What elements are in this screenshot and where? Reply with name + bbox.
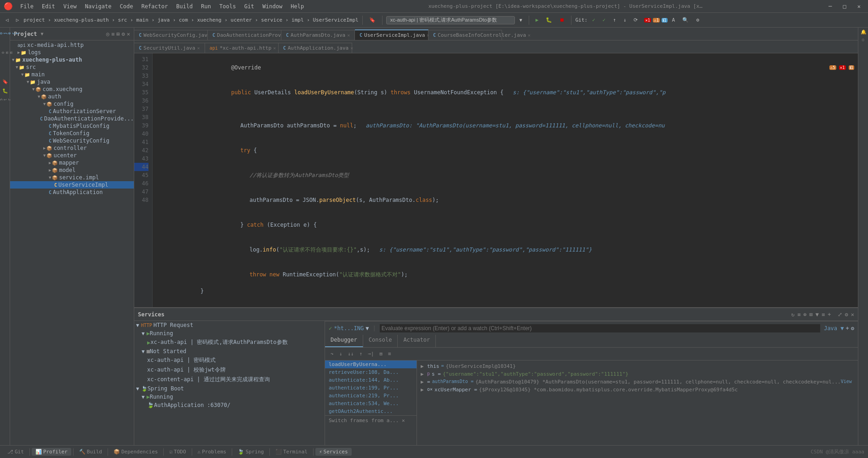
- tab-console[interactable]: Console: [363, 335, 398, 347]
- git-check2-icon[interactable]: ✓: [600, 16, 609, 24]
- tab-authapp[interactable]: C AuthApplication.java ✕: [279, 43, 352, 53]
- tree-item-auth[interactable]: ▼ 📦 auth: [10, 93, 134, 100]
- stop-icon[interactable]: ⏹: [557, 16, 567, 24]
- svc-not-started-group[interactable]: ▼ ■ Not Started: [134, 347, 325, 355]
- tree-item-websecurity[interactable]: C WebSecurityConfig: [10, 137, 134, 144]
- filter-icon[interactable]: ▼: [816, 311, 819, 318]
- settings-icon[interactable]: ⚙: [693, 16, 702, 24]
- close-button[interactable]: ✕: [854, 2, 864, 11]
- settings-eval-icon[interactable]: ⚙: [851, 325, 854, 332]
- status-terminal[interactable]: ⬛ Terminal: [272, 448, 311, 456]
- tree-item-config[interactable]: ▼ 📦 config: [10, 100, 134, 108]
- menu-tools[interactable]: Tools: [216, 2, 240, 11]
- frame-auth-144[interactable]: authenticate:144, Ab...: [325, 376, 417, 384]
- tree-item-controller[interactable]: ▶ 📦 controller: [10, 144, 134, 152]
- tree-item-src[interactable]: ▼ 📁 src: [10, 63, 134, 71]
- tree-item-mapper[interactable]: ▶ 📦 mapper: [10, 159, 134, 166]
- var-this[interactable]: ▶ this = {UserServiceImpl@10341}: [419, 362, 856, 370]
- bookmark-icon[interactable]: 🔖: [366, 16, 378, 24]
- tab-actuator[interactable]: Actuator: [398, 335, 436, 347]
- var-authparams[interactable]: ▶ = authParamsDto = {AuthParamsDto@10479…: [419, 378, 856, 386]
- tab-websecurity[interactable]: C WebSecurityConfig.java ✕: [134, 30, 208, 40]
- tree-item-auth-root[interactable]: ▼ 📁 xuecheng-plus-auth: [10, 56, 134, 63]
- status-git[interactable]: ⎇ Git: [4, 448, 28, 456]
- git-push-icon[interactable]: ↑: [610, 16, 619, 24]
- status-todo[interactable]: ☑ TODO: [166, 448, 189, 456]
- svc-xc-content[interactable]: xc-content-api | 通过过网关来完成课程查询: [134, 375, 325, 384]
- filter-icon[interactable]: ▼: [365, 325, 369, 332]
- list-icon[interactable]: ≡: [822, 311, 825, 318]
- tree-item-mybatis[interactable]: C MybatisPlusConfig: [10, 122, 134, 130]
- frame-load-user[interactable]: loadUserByUserna...: [325, 361, 417, 368]
- group-icon[interactable]: ⊕: [803, 311, 806, 318]
- menu-run[interactable]: Run: [197, 2, 215, 11]
- tree-item-service-impl[interactable]: ▼ 📦 service.impl: [10, 174, 134, 181]
- frame-retrieve-user[interactable]: retrieveUser:108, Da...: [325, 368, 417, 376]
- tab-debugger[interactable]: Debugger: [325, 335, 363, 347]
- menu-file[interactable]: File: [17, 2, 37, 11]
- menu-build[interactable]: Build: [172, 2, 196, 11]
- menu-navigate[interactable]: Navigate: [81, 2, 115, 11]
- run-cursor-btn[interactable]: →|: [366, 350, 376, 357]
- tree-item-com-xuecheng[interactable]: ▼ 📦 com.xuecheng: [10, 86, 134, 93]
- menu-refactor[interactable]: Refactor: [137, 2, 171, 11]
- status-problems[interactable]: ⚠ Problems: [194, 448, 230, 456]
- maximize-button[interactable]: □: [839, 2, 850, 11]
- tree-item-token-config[interactable]: C TokenConfig: [10, 130, 134, 137]
- notifications-icon[interactable]: 🔔: [861, 29, 866, 34]
- status-deps[interactable]: 📦 Dependencies: [110, 448, 161, 456]
- tab-dao-auth[interactable]: C DaoAuthenticationProviderCustom.java ✕: [208, 30, 281, 40]
- toolbar-forward[interactable]: ▷: [13, 16, 22, 24]
- tree-item-authserver[interactable]: C AuthorizationServer: [10, 108, 134, 115]
- step-out-btn[interactable]: ↑: [358, 350, 365, 357]
- svc-spring-boot[interactable]: ▼ 🍃 Spring Boot: [134, 384, 325, 393]
- run-icon[interactable]: ▶: [533, 16, 542, 24]
- status-services[interactable]: ⚡ Services: [315, 448, 352, 456]
- svc-authapp-running[interactable]: 🍃 AuthApplication :63070/: [134, 401, 325, 409]
- tab-coursebase[interactable]: C CourseBaseInfoController.java ✕: [428, 30, 502, 40]
- expand-window-icon[interactable]: ⤢: [838, 311, 842, 318]
- status-build[interactable]: 🔨 Build: [75, 448, 106, 456]
- tree-item-dao-auth[interactable]: C DaoAuthenticationProvide...: [10, 115, 134, 122]
- tab-xcauthapi[interactable]: api *xc-auth-api.http ✕: [205, 43, 279, 53]
- git-pull-icon[interactable]: ↓: [621, 16, 629, 24]
- menu-window[interactable]: Window: [259, 2, 286, 11]
- locate-icon[interactable]: ◎: [106, 31, 109, 37]
- tab-close-icon[interactable]: ✕: [273, 46, 276, 51]
- view-link[interactable]: View: [841, 379, 852, 384]
- svc-spring-running-group[interactable]: ▼ ▶ Running: [134, 393, 325, 401]
- project-icon[interactable]: Project: [1, 29, 9, 38]
- svc-xcauthapi-running[interactable]: ▶ xc-auth-api | 密码模式,请求AuthParamsDto参数: [134, 338, 325, 347]
- add-watch-icon[interactable]: +: [846, 325, 849, 332]
- evaluate-btn[interactable]: ⊞: [377, 350, 384, 357]
- tab-securityutil[interactable]: C SecurityUtil.java ✕: [134, 43, 205, 53]
- project-dropdown-icon[interactable]: ▼: [41, 31, 44, 36]
- menu-view[interactable]: View: [60, 2, 80, 11]
- translate-icon[interactable]: A: [669, 16, 678, 24]
- step-over-btn[interactable]: ↷: [329, 350, 336, 357]
- add-icon[interactable]: +: [828, 311, 831, 318]
- var-s[interactable]: ▶ p s = {"username":"stu1","authType":"p…: [419, 370, 856, 378]
- tree-item-model[interactable]: ▶ 📦 model: [10, 166, 134, 174]
- structure-icon[interactable]: Str: [1, 96, 9, 104]
- tab-close-icon[interactable]: ✕: [350, 46, 353, 51]
- svc-running-group[interactable]: ▼ ▶ Running: [134, 329, 325, 338]
- tree-item-logs[interactable]: ▶ 📁 logs: [10, 49, 134, 56]
- close-panel-icon[interactable]: ✕: [127, 31, 130, 37]
- frame-oauth2[interactable]: getOAuth2Authentic...: [325, 407, 417, 415]
- frame-auth-534[interactable]: authenticate:534, We...: [325, 400, 417, 407]
- toolbar-back[interactable]: ◁: [3, 16, 11, 24]
- frame-auth-219[interactable]: authenticate:219, Pr...: [325, 392, 417, 400]
- menu-code[interactable]: Code: [116, 2, 137, 11]
- debug-icon[interactable]: 🐛: [543, 16, 555, 24]
- close-services-icon[interactable]: ✕: [851, 311, 854, 318]
- menu-git[interactable]: Git: [240, 2, 258, 11]
- settings-gear-icon[interactable]: ⚙: [122, 31, 125, 37]
- search-dropdown[interactable]: ▼: [517, 17, 525, 23]
- collapse-all-icon[interactable]: ≡: [797, 311, 800, 318]
- commit-icon[interactable]: Comm: [1, 49, 9, 57]
- switch-frames-btn[interactable]: Switch frames from a... ✕: [325, 415, 417, 425]
- tree-item-authapp[interactable]: C AuthApplication: [10, 189, 134, 196]
- tab-close-icon[interactable]: ✕: [528, 33, 531, 38]
- code-content[interactable]: @Override ⚠5 ✕1 ℹ1 public UserDetails lo…: [153, 53, 858, 307]
